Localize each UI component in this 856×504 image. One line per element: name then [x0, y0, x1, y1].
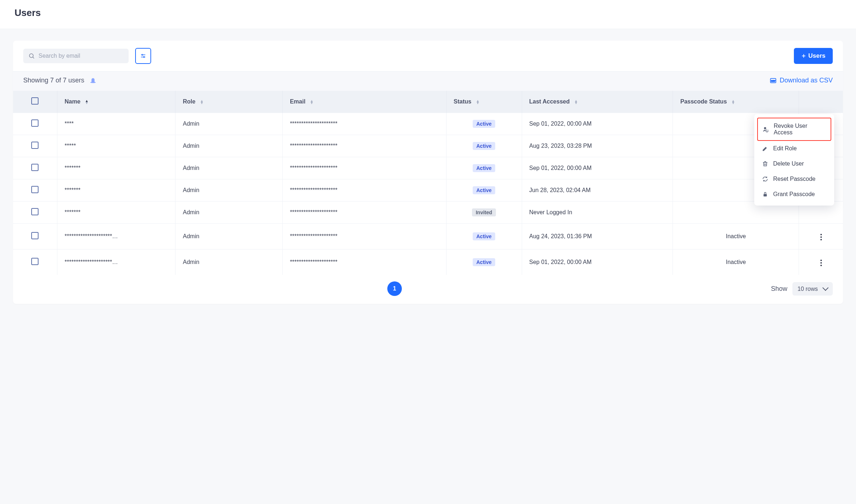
cell-name: *****	[57, 135, 175, 157]
sort-icon: ▲▼	[574, 100, 578, 104]
add-users-label: Users	[808, 52, 825, 60]
row-actions-menu[interactable]: Revoke User AccessEdit RoleDelete UserRe…	[754, 114, 834, 206]
refresh-icon	[762, 176, 769, 182]
user-revoke-icon	[762, 126, 770, 133]
status-badge: Active	[473, 258, 495, 266]
search-input[interactable]	[38, 52, 124, 60]
table-row: *******Admin*********************ActiveS…	[13, 157, 843, 179]
table-row: *****Admin*********************ActiveAug…	[13, 135, 843, 157]
checkbox-icon[interactable]	[31, 97, 39, 105]
toolbar: Users	[13, 41, 843, 71]
page-title: Users	[15, 7, 841, 19]
menu-item-revoke-user-access[interactable]: Revoke User Access	[757, 118, 831, 141]
cell-name: *********************…	[57, 224, 175, 249]
table-header-row: Name ▲▼ Role ▲▼ Email ▲▼ Status ▲▼	[13, 91, 843, 113]
table-footer: 1 Show 10 rows	[13, 275, 843, 304]
svg-point-5	[144, 57, 145, 58]
cell-status: Active	[446, 157, 522, 179]
download-csv-label: Download as CSV	[780, 77, 833, 84]
cell-last-accessed: Sep 01, 2022, 00:00 AM	[522, 113, 673, 135]
cell-last-accessed: Aug 24, 2023, 01:36 PM	[522, 224, 673, 249]
row-checkbox[interactable]	[31, 258, 39, 265]
cell-name: *******	[57, 157, 175, 179]
row-checkbox[interactable]	[31, 142, 39, 149]
header-checkbox[interactable]	[13, 91, 57, 113]
row-checkbox[interactable]	[31, 164, 39, 171]
page-number[interactable]: 1	[387, 281, 402, 296]
menu-item-reset-passcode[interactable]: Reset Passcode	[757, 171, 831, 187]
cell-email: *********************	[282, 249, 446, 275]
table-row: ****Admin*********************ActiveSep …	[13, 113, 843, 135]
cell-name: *******	[57, 179, 175, 202]
cell-email: *********************	[282, 202, 446, 224]
menu-item-label: Reset Passcode	[773, 176, 816, 182]
cell-role: Admin	[175, 224, 283, 249]
sort-icon: ▲▼	[731, 100, 735, 104]
menu-item-delete-user[interactable]: Delete User	[757, 156, 831, 171]
header-passcode-status[interactable]: Passcode Status ▲▼	[673, 91, 799, 113]
menu-item-label: Revoke User Access	[774, 123, 826, 136]
sort-icon: ▲▼	[200, 100, 203, 104]
showing-count: Showing 7 of 7 users	[23, 77, 84, 84]
header-email[interactable]: Email ▲▼	[282, 91, 446, 113]
trash-icon	[762, 160, 769, 167]
row-checkbox[interactable]	[31, 186, 39, 193]
row-checkbox[interactable]	[31, 119, 39, 127]
cell-status: Active	[446, 224, 522, 249]
header-last-accessed[interactable]: Last Accessed ▲▼	[522, 91, 673, 113]
kebab-icon[interactable]	[818, 232, 824, 243]
users-table: Name ▲▼ Role ▲▼ Email ▲▼ Status ▲▼	[13, 91, 843, 275]
row-checkbox[interactable]	[31, 232, 39, 239]
cell-last-accessed: Never Logged In	[522, 202, 673, 224]
kebab-icon[interactable]	[818, 257, 824, 268]
sort-icon: ▲▼	[310, 100, 314, 104]
hat-icon	[89, 77, 97, 84]
menu-item-grant-passcode[interactable]: Grant Passcode	[757, 187, 831, 202]
menu-item-label: Grant Passcode	[773, 191, 815, 198]
status-badge: Active	[473, 120, 495, 128]
cell-name: *******	[57, 202, 175, 224]
cell-last-accessed: Aug 23, 2023, 03:28 PM	[522, 135, 673, 157]
menu-item-label: Delete User	[773, 160, 804, 167]
cell-role: Admin	[175, 179, 283, 202]
cell-name: *********************…	[57, 249, 175, 275]
sliders-icon	[140, 53, 146, 59]
cell-passcode-status: Inactive	[673, 249, 799, 275]
sort-icon: ▲▼	[476, 100, 480, 104]
table-row: *******Admin*********************Invited…	[13, 202, 843, 224]
row-checkbox[interactable]	[31, 208, 39, 215]
menu-item-edit-role[interactable]: Edit Role	[757, 141, 831, 156]
csv-icon: CSV	[770, 77, 777, 84]
search-box[interactable]	[23, 49, 129, 63]
cell-status: Active	[446, 249, 522, 275]
cell-role: Admin	[175, 113, 283, 135]
svg-rect-14	[764, 194, 767, 196]
table-row: *********************…Admin*************…	[13, 224, 843, 249]
header-status[interactable]: Status ▲▼	[446, 91, 522, 113]
svg-point-3	[142, 54, 143, 56]
svg-point-0	[29, 54, 33, 58]
cell-email: *********************	[282, 157, 446, 179]
pagination: 1	[23, 281, 766, 296]
download-csv-link[interactable]: CSV Download as CSV	[770, 77, 833, 84]
filter-button[interactable]	[135, 48, 151, 64]
svg-text:CSV: CSV	[771, 80, 775, 82]
rows-per-page-select[interactable]: 10 rows	[792, 282, 833, 296]
cell-status: Active	[446, 135, 522, 157]
cell-status: Invited	[446, 202, 522, 224]
svg-line-1	[33, 57, 34, 58]
pencil-icon	[762, 145, 769, 152]
status-bar: Showing 7 of 7 users CSV Download as CSV	[13, 71, 843, 91]
status-badge: Active	[473, 186, 495, 194]
cell-role: Admin	[175, 157, 283, 179]
content: Users Showing 7 of 7 users CSV Download …	[0, 29, 856, 318]
header-actions	[799, 91, 843, 113]
status-badge: Active	[473, 142, 495, 150]
table-row: *******Admin*********************ActiveJ…	[13, 179, 843, 202]
status-badge: Active	[473, 232, 495, 240]
cell-role: Admin	[175, 202, 283, 224]
add-users-button[interactable]: Users	[794, 48, 833, 64]
status-badge: Invited	[472, 208, 496, 216]
header-name[interactable]: Name ▲▼	[57, 91, 175, 113]
header-role[interactable]: Role ▲▼	[175, 91, 283, 113]
